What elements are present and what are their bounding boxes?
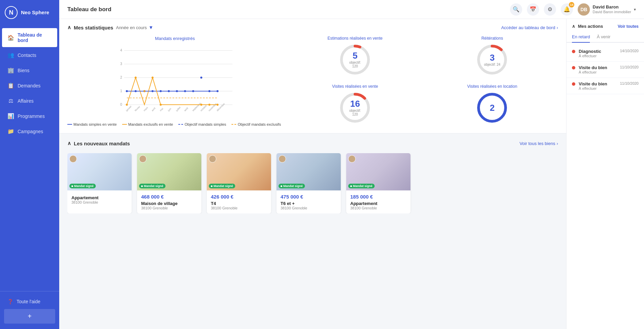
sidebar-help[interactable]: ❓ Toute l'aide [2,295,57,308]
action-date-0: 14/10/2020 [620,49,639,53]
mandat-location-2: 38100 Grenoble [141,206,197,210]
sidebar-item-affaires[interactable]: ⚖ Affaires [2,94,57,108]
stat-visites-vente-label: Visites réalisées en vente [332,84,378,89]
notifications-button[interactable]: 🔔 14 [561,3,573,16]
mandat-location-3: 38100 Grenoble [211,206,267,210]
stats-body: Mandats enregistrés 4 [67,36,558,126]
mandat-img-5: Mandat signé [346,153,410,190]
chart-legend: Mandats simples en vente Mandats exclusi… [67,122,283,126]
circular-stats: Estimations réalisées en vente 5 objecti… [289,36,558,126]
stat-reiterations-value: 3 objectif: 24 [484,53,500,66]
action-status-dot-0 [572,50,575,53]
header: Tableau de bord 🔍 📅 ⚙ 🔔 14 DB David Baro… [59,0,644,19]
mandat-agent-avatar-2 [139,155,147,163]
svg-point-39 [200,104,202,106]
mandat-location-1: 38100 Grenoble [71,200,128,204]
stat-estimations-vente: Estimations réalisées en vente 5 objecti… [289,36,421,79]
action-item-0: Diagnostic À effectuer 14/10/2020 [567,45,644,62]
mandat-img-4: Mandat signé [276,153,341,190]
stats-title: ∧ Mes statistiques Année en cours ▾ [67,24,152,30]
stats-period: Année en cours [116,25,147,30]
tab-en-retard[interactable]: En retard [572,32,590,43]
mandat-location-5: 38100 Grenoble [350,206,406,210]
mandat-img-2: Mandat signé [137,153,201,190]
stats-title-text: Mes statistiques [74,25,113,30]
stat-visites-location: Visites réalisées en location 2 [426,84,558,127]
mandat-price-4: 475 000 € [281,194,337,200]
sidebar-item-demandes[interactable]: 📋 Demandes [2,78,57,93]
calendar-button[interactable]: 📅 [527,3,539,16]
svg-point-35 [135,77,137,79]
svg-text:mai: mai [159,107,164,111]
svg-text:août: août [184,107,189,112]
mandat-info-5: 185 000 € Appartement 38100 Grenoble [346,190,410,213]
svg-text:juin: juin [167,107,172,112]
sidebar-item-biens[interactable]: 🏢 Biens [2,63,57,78]
sidebar-nav: 🏠 Tableau de bord 👥 Contacts 🏢 Biens 📋 D… [0,25,59,291]
collapse-icon[interactable]: ∧ [67,24,71,30]
stat-visites-location-label: Visites réalisées en location [467,84,517,89]
stat-visites-location-value: 2 [490,103,494,112]
gear-icon: ⚙ [548,6,552,13]
sidebar-logo[interactable]: N Neo Sphere [0,0,59,25]
settings-button[interactable]: ⚙ [544,3,556,16]
svg-point-40 [208,104,210,106]
action-info-2: Visite du bien À effectuer [579,81,617,90]
mandat-card-5[interactable]: Mandat signé 185 000 € Appartement 38100… [346,153,410,213]
actions-header: ∧ Mes actions Voir toutes [567,19,644,32]
action-date-1: 11/10/2020 [620,65,639,69]
sidebar-item-tableau-de-bord[interactable]: 🏠 Tableau de bord [2,28,57,47]
tab-a-venir[interactable]: À venir [597,32,610,43]
mandat-type-3: T4 [211,201,267,206]
arrow-right-icon: › [557,25,558,30]
mandats-collapse-icon[interactable]: ∧ [67,140,71,146]
svg-point-38 [160,104,162,106]
stats-header: ∧ Mes statistiques Année en cours ▾ Accé… [67,24,558,30]
mandat-badge-5: Mandat signé [348,184,375,188]
mandat-card-4[interactable]: Mandat signé 475 000 € T6 et + 38100 Gre… [276,153,341,213]
mandat-card-3[interactable]: Mandat signé 426 000 € T4 38100 Grenoble [207,153,271,213]
search-button[interactable]: 🔍 [510,3,522,16]
legend-label-4: Objectif mandats exclusifs [238,122,281,126]
legend-mandats-simples: Mandats simples en vente [67,122,117,126]
sidebar-add-button[interactable]: + [4,309,55,324]
stat-reiterations: Réitérations 3 objectif: 24 [426,36,558,79]
period-chevron-icon[interactable]: ▾ [150,24,152,30]
action-item-1: Visite du bien À effectuer 11/10/2020 [567,62,644,78]
user-menu[interactable]: DB David Baron David Baron immobilier ▾ [578,3,636,16]
actions-collapse-icon[interactable]: ∧ [572,24,575,29]
svg-text:mars: mars [143,106,149,111]
svg-text:4: 4 [120,48,122,52]
stat-visites-location-circle: 2 [475,91,509,125]
mandats-link-text: Voir tous les biens [519,141,555,146]
search-icon: 🔍 [513,6,519,13]
mandat-card-1[interactable]: Mandat signé Appartement 38100 Grenoble [67,153,132,213]
sidebar-item-campagnes[interactable]: 📁 Campagnes [2,124,57,139]
stats-link[interactable]: Accéder au tableau de bord › [501,25,558,30]
action-item-2: Visite du bien À effectuer 11/10/2020 [567,78,644,94]
stat-visites-vente-value: 16 objectif: 120 [347,99,363,116]
action-date-2: 11/10/2020 [620,81,639,85]
action-sub-2: À effectuer [579,86,617,90]
header-actions: 🔍 📅 ⚙ 🔔 14 DB David Baron David Baron im… [510,3,636,16]
logo-icon: N [5,6,18,19]
sidebar-item-contacts[interactable]: 👥 Contacts [2,48,57,62]
mandat-info-4: 475 000 € T6 et + 38100 Grenoble [276,190,341,213]
chart-area: Mandats enregistrés 4 [67,36,283,126]
sidebar-item-programmes[interactable]: 📊 Programmes [2,109,57,123]
mandat-info-1: Appartement 38100 Grenoble [67,190,132,208]
mandat-img-1: Mandat signé [67,153,132,190]
action-status-dot-1 [572,66,575,69]
svg-text:avril: avril [151,107,156,111]
sidebar-bottom: ❓ Toute l'aide + [0,291,59,329]
action-title-0: Diagnostic [579,49,617,54]
mandat-card-2[interactable]: Mandat signé 468 000 € Maison de village… [137,153,201,213]
actions-view-all[interactable]: Voir toutes [618,24,639,29]
mandat-agent-avatar-3 [209,155,216,163]
stat-visites-vente-circle: 16 objectif: 120 [338,91,372,125]
main-content: Tableau de bord 🔍 📅 ⚙ 🔔 14 DB David Baro… [59,0,644,329]
mandats-link[interactable]: Voir tous les biens › [519,141,558,146]
chart-title: Mandats enregistrés [67,36,283,41]
bell-icon: 🔔 [563,6,570,13]
mandat-type-1: Appartement [71,195,128,200]
